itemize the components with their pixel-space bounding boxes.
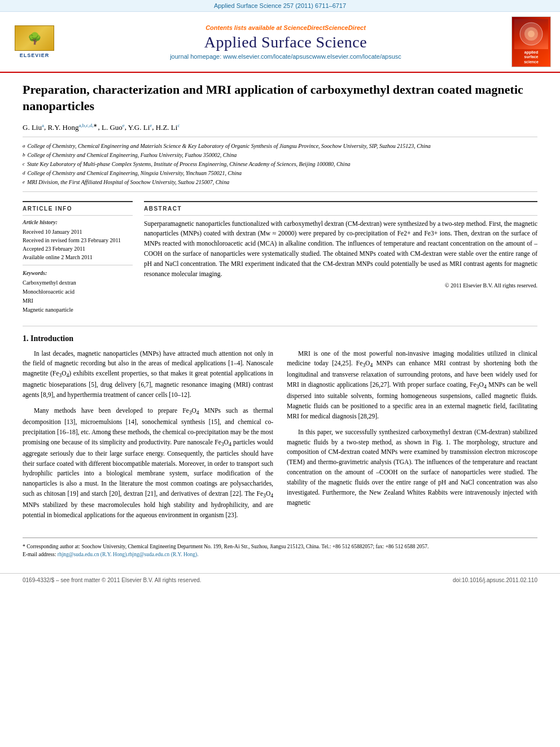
affil-letter-c: c bbox=[23, 160, 25, 169]
affil-text-b: College of Chemistry and Chemical Engine… bbox=[28, 151, 237, 160]
intro-right-col: MRI is one of the most powerful non-inva… bbox=[287, 349, 537, 526]
keywords-label: Keywords: bbox=[23, 270, 133, 276]
journal-citation: Applied Surface Science 257 (2011) 6711–… bbox=[214, 2, 346, 9]
abstract-text: Superparamagnetic nanoparticles function… bbox=[144, 219, 537, 279]
abstract-divider bbox=[144, 215, 537, 216]
journal-cover-thumbnail: appliedsurfacescience bbox=[511, 16, 551, 67]
affil-letter-b: b bbox=[23, 151, 25, 160]
introduction-section: 1. Introduction In last decades, magneti… bbox=[23, 326, 537, 526]
journal-homepage: journal homepage: www.elsevier.com/locat… bbox=[60, 53, 511, 60]
keyword-1: Carboxymethyl dextran bbox=[23, 278, 133, 287]
journal-citation-bar: Applied Surface Science 257 (2011) 6711–… bbox=[0, 0, 560, 12]
email-address[interactable]: rhjng@suda.edu.cn (R.Y. Hong). bbox=[58, 552, 128, 557]
main-content: Preparation, characterization and MRI ap… bbox=[0, 73, 560, 567]
affiliation-b: b College of Chemistry and Chemical Engi… bbox=[23, 151, 537, 160]
keywords-section: Keywords: Carboxymethyl dextran Monochlo… bbox=[23, 270, 133, 314]
sciencedirect-brand: ScienceDirect bbox=[283, 24, 325, 31]
history-label: Article history: bbox=[23, 219, 133, 225]
intro-para-paper: In this paper, we successfully synthesiz… bbox=[287, 427, 537, 508]
affil-text-c: State Key Laboratory of Multi-phase Comp… bbox=[27, 160, 350, 169]
elsevier-logo: 🌳 ELSEVIER bbox=[9, 25, 60, 59]
intro-para-1: In last decades, magnetic nanoparticles … bbox=[23, 349, 273, 400]
homepage-label: journal homepage: bbox=[170, 53, 221, 60]
homepage-url-text[interactable]: www.elsevier.com/locate/apsusc bbox=[312, 53, 401, 60]
divider-2 bbox=[23, 265, 133, 265]
affil-letter-a: a bbox=[23, 142, 25, 151]
abstract-label: ABSTRACT bbox=[144, 206, 537, 212]
cover-graphic-icon bbox=[517, 20, 545, 48]
article-title: Preparation, characterization and MRI ap… bbox=[23, 82, 537, 114]
copyright-notice: © 2011 Elsevier B.V. All rights reserved… bbox=[144, 282, 537, 289]
author-guo: L. Guoe bbox=[102, 123, 125, 132]
journal-title: Applied Surface Science bbox=[60, 33, 511, 51]
footer-issn: 0169-4332/$ – see front matter © 2011 El… bbox=[23, 577, 202, 583]
article-info-column: ARTICLE INFO Article history: Received 1… bbox=[23, 201, 133, 314]
elsevier-wordmark: ELSEVIER bbox=[20, 53, 50, 58]
email-value[interactable]: rhjng@suda.edu.cn (R.Y. Hong). bbox=[128, 552, 199, 557]
affiliation-a: a College of Chemistry, Chemical Enginee… bbox=[23, 142, 537, 151]
author-hong: R.Y. Honga,b,c,d,∗ bbox=[47, 123, 98, 132]
affil-letter-d: d bbox=[23, 169, 25, 178]
intro-para-mri: MRI is one of the most powerful non-inva… bbox=[287, 349, 537, 422]
info-abstract-columns: ARTICLE INFO Article history: Received 1… bbox=[23, 201, 537, 314]
authors-line: G. Liua, R.Y. Honga,b,c,d,∗, L. Guoe, Y.… bbox=[23, 122, 537, 132]
author-liu: G. Liua bbox=[23, 123, 44, 132]
keyword-4: Magnetic nanoparticle bbox=[23, 305, 133, 314]
elsevier-tree-icon: 🌳 bbox=[28, 32, 42, 45]
email-line: E-mail address: rhjng@suda.edu.cn (R.Y. … bbox=[23, 551, 537, 558]
footer-bar: 0169-4332/$ – see front matter © 2011 El… bbox=[0, 573, 560, 587]
affil-text-e: MRI Division, the First Affiliated Hospi… bbox=[27, 178, 229, 187]
footer-doi: doi:10.1016/j.apsusc.2011.02.110 bbox=[453, 577, 537, 583]
received-date: Received 10 January 2011 bbox=[23, 228, 133, 236]
article-info-label: ARTICLE INFO bbox=[23, 206, 133, 212]
introduction-heading: 1. Introduction bbox=[23, 334, 537, 343]
homepage-url[interactable]: www.elsevier.com/locate/apsusc bbox=[223, 53, 312, 60]
cover-journal-label: appliedsurfacescience bbox=[524, 50, 539, 64]
divider-1 bbox=[23, 215, 133, 216]
corresponding-text: * Corresponding author at: Soochow Unive… bbox=[23, 544, 428, 549]
affil-letter-e: e bbox=[23, 178, 25, 187]
keyword-2: Monochloroacetic acid bbox=[23, 287, 133, 296]
affiliation-e: e MRI Division, the First Affiliated Hos… bbox=[23, 178, 537, 187]
contents-label: Contents lists available at bbox=[205, 24, 282, 31]
affil-text-d: College of Chemistry and Chemical Engine… bbox=[28, 169, 242, 178]
corresponding-author-note: * Corresponding author at: Soochow Unive… bbox=[23, 543, 537, 551]
svg-point-2 bbox=[528, 30, 535, 37]
affiliation-c: c State Key Laboratory of Multi-phase Co… bbox=[23, 160, 537, 169]
journal-title-block: Contents lists available at ScienceDirec… bbox=[60, 24, 511, 60]
article-info-box: ARTICLE INFO Article history: Received 1… bbox=[23, 201, 133, 314]
affiliations-block: a College of Chemistry, Chemical Enginee… bbox=[23, 137, 537, 192]
received-revised-date: Received in revised form 23 February 201… bbox=[23, 236, 133, 244]
author-li-yg: Y.G. Lie bbox=[128, 123, 152, 132]
cover-image bbox=[514, 19, 548, 49]
email-label: E-mail address: bbox=[23, 552, 56, 557]
sciencedirect-name[interactable]: ScienceDirect bbox=[325, 24, 366, 31]
accepted-date: Accepted 23 February 2011 bbox=[23, 244, 133, 253]
keyword-3: MRI bbox=[23, 296, 133, 305]
journal-header: 🌳 ELSEVIER Contents lists available at S… bbox=[0, 12, 560, 73]
affiliation-d: d College of Chemistry and Chemical Engi… bbox=[23, 169, 537, 178]
affil-text-a: College of Chemistry, Chemical Engineeri… bbox=[28, 142, 431, 151]
available-date: Available online 2 March 2011 bbox=[23, 253, 133, 261]
intro-left-col: In last decades, magnetic nanoparticles … bbox=[23, 349, 273, 526]
intro-para-2-left: Many methods have been developed to prep… bbox=[23, 406, 273, 521]
footnote-section: * Corresponding author at: Soochow Unive… bbox=[23, 538, 537, 559]
abstract-section: ABSTRACT Superparamagnetic nanoparticles… bbox=[144, 201, 537, 289]
elsevier-logo-box: 🌳 bbox=[15, 25, 54, 51]
introduction-columns: In last decades, magnetic nanoparticles … bbox=[23, 349, 537, 526]
sciencedirect-link: Contents lists available at ScienceDirec… bbox=[60, 24, 511, 31]
author-li-hz: H.Z. Lic bbox=[156, 123, 180, 132]
abstract-column: ABSTRACT Superparamagnetic nanoparticles… bbox=[144, 201, 537, 314]
